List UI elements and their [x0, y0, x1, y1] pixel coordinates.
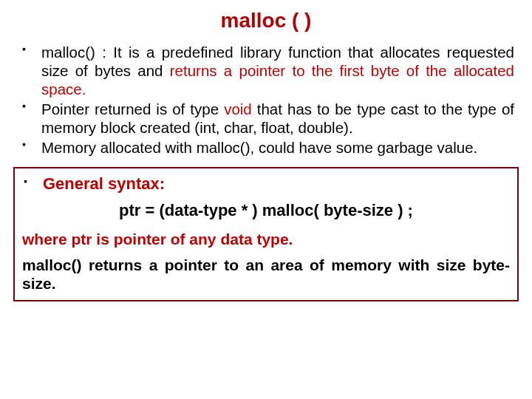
- list-item: Memory allocated with malloc(), could ha…: [21, 138, 514, 157]
- returns-note: malloc() returns a pointer to an area of…: [22, 256, 510, 293]
- bullet-text: Pointer returned is of type: [41, 100, 224, 117]
- slide: malloc ( ) malloc() : It is a predefined…: [0, 0, 532, 399]
- box-heading: General syntax:: [22, 174, 510, 194]
- list-item: Pointer returned is of type void that ha…: [21, 100, 514, 137]
- bullet-list: malloc() : It is a predefined library fu…: [13, 43, 519, 157]
- where-note: where ptr is pointer of any data type.: [22, 231, 510, 248]
- bullet-text: Memory allocated with malloc(), could ha…: [41, 139, 477, 156]
- list-item: malloc() : It is a predefined library fu…: [21, 43, 514, 98]
- bullet-text-red: void: [224, 100, 252, 117]
- box-bullet-list: General syntax:: [22, 174, 510, 194]
- syntax-box: General syntax: ptr = (data-type * ) mal…: [13, 167, 519, 301]
- syntax-line: ptr = (data-type * ) malloc( byte-size )…: [22, 201, 510, 220]
- slide-title: malloc ( ): [13, 9, 519, 33]
